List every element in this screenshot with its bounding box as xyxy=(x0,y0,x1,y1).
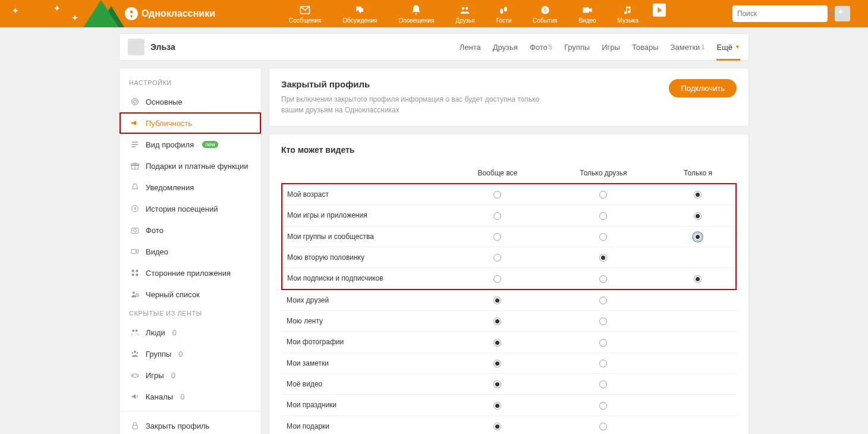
grid-icon xyxy=(130,268,140,278)
privacy-radio[interactable] xyxy=(694,212,702,220)
tab-goods[interactable]: Товары xyxy=(632,34,659,60)
svg-point-22 xyxy=(132,329,134,332)
profile-avatar[interactable] xyxy=(128,39,144,55)
privacy-row-label: Мои заметки xyxy=(282,353,448,373)
privacy-row-label: Мою ленту xyxy=(282,310,448,331)
tab-photo[interactable]: Фото5 xyxy=(530,34,552,60)
privacy-title: Кто может видеть xyxy=(281,145,737,155)
nav-events[interactable]: 5 События xyxy=(522,2,568,26)
search-input[interactable] xyxy=(737,10,826,18)
privacy-radio[interactable] xyxy=(493,191,501,199)
nav-play[interactable] xyxy=(649,2,669,26)
svg-point-20 xyxy=(133,291,135,294)
privacy-row-label: Мои праздники xyxy=(282,395,448,416)
top-header: ✦ ✦ ✦ Одноклассники Сообщения Обсуждения… xyxy=(0,0,868,27)
privacy-radio[interactable] xyxy=(493,360,501,367)
privacy-radio[interactable] xyxy=(599,191,607,199)
tab-more[interactable]: Ещё▼ xyxy=(716,34,740,60)
settings-sidebar: НАСТРОЙКИ Основные Публичность Вид профи… xyxy=(119,68,262,434)
nav-music[interactable]: Музыка xyxy=(607,2,649,26)
privacy-row: Мои подписки и подписчиков xyxy=(282,268,736,290)
privacy-radio[interactable] xyxy=(599,275,607,283)
svg-point-14 xyxy=(133,229,136,232)
camera-icon xyxy=(130,225,140,235)
chat-icon xyxy=(353,4,366,16)
privacy-radio[interactable] xyxy=(599,212,607,220)
tab-notes[interactable]: Заметки1 xyxy=(671,34,705,60)
sparkle-icon: ✦ xyxy=(837,7,844,17)
connect-button[interactable]: Подключить xyxy=(669,79,737,98)
lock-icon xyxy=(130,421,140,430)
privacy-radio[interactable] xyxy=(493,380,501,388)
nav-friends[interactable]: Друзья xyxy=(445,2,485,26)
privacy-radio[interactable] xyxy=(493,339,501,347)
tab-groups[interactable]: Группы xyxy=(564,34,590,60)
tab-games[interactable]: Игры xyxy=(602,34,620,60)
sidebar-head-settings: НАСТРОЙКИ xyxy=(119,74,261,91)
svg-rect-19 xyxy=(136,273,138,276)
privacy-radio[interactable] xyxy=(599,233,607,241)
privacy-radio[interactable] xyxy=(599,339,607,347)
sidebar-item-people[interactable]: Люди 0 xyxy=(119,322,261,343)
nav-notifications[interactable]: Оповещения xyxy=(388,2,445,26)
privacy-radio[interactable] xyxy=(493,275,501,283)
privacy-radio[interactable] xyxy=(599,380,607,388)
privacy-radio[interactable] xyxy=(599,423,607,430)
channel-icon xyxy=(130,392,140,401)
sidebar-item-channels[interactable]: Каналы 0 xyxy=(119,386,261,407)
privacy-radio[interactable] xyxy=(694,233,702,241)
privacy-radio[interactable] xyxy=(493,317,501,325)
play-icon xyxy=(653,4,666,16)
tab-friends[interactable]: Друзья xyxy=(493,34,518,60)
privacy-radio[interactable] xyxy=(493,233,501,241)
sidebar-item-history[interactable]: История посещений xyxy=(119,198,261,219)
svg-rect-30 xyxy=(133,425,137,429)
events-icon: 5 xyxy=(539,4,552,16)
sidebar-item-video[interactable]: Видео xyxy=(119,241,261,262)
search-box[interactable] xyxy=(732,5,828,22)
sidebar-item-publicity[interactable]: Публичность xyxy=(119,112,261,134)
nav-video[interactable]: Видео xyxy=(568,2,606,26)
privacy-radio[interactable] xyxy=(694,191,702,199)
ok-logo-icon xyxy=(125,7,138,20)
privacy-radio[interactable] xyxy=(694,275,702,283)
privacy-radio[interactable] xyxy=(599,317,607,325)
new-badge: new xyxy=(202,141,218,148)
profile-name: Эльза xyxy=(150,42,175,52)
sidebar-item-gifts[interactable]: Подарки и платные функции xyxy=(119,155,261,177)
sidebar-item-basic[interactable]: Основные xyxy=(119,91,261,112)
privacy-row: Мой возраст xyxy=(282,184,736,205)
tab-feed[interactable]: Лента xyxy=(460,34,481,60)
closed-profile-desc: При включении закрытого профиля информац… xyxy=(281,94,555,115)
privacy-radio[interactable] xyxy=(493,423,501,430)
chevron-down-icon: ▼ xyxy=(735,44,740,50)
logo[interactable]: Одноклассники xyxy=(125,7,215,20)
privacy-radio[interactable] xyxy=(599,402,607,410)
svg-point-25 xyxy=(132,352,134,354)
privacy-radio[interactable] xyxy=(599,254,607,262)
privacy-radio[interactable] xyxy=(493,212,501,220)
sidebar-item-groups[interactable]: Группы 0 xyxy=(119,343,261,364)
privacy-radio[interactable] xyxy=(493,402,501,410)
nav-discussions[interactable]: Обсуждения xyxy=(332,2,388,26)
privacy-row-label: Мои фотографии xyxy=(282,332,448,353)
sidebar-item-profile-view[interactable]: Вид профиля new xyxy=(119,134,261,155)
svg-rect-16 xyxy=(132,270,134,272)
sidebar-item-apps[interactable]: Сторонние приложения xyxy=(119,262,261,284)
privacy-row-label: Мои подписки и подписчиков xyxy=(282,268,448,290)
privacy-radio[interactable] xyxy=(493,254,501,262)
sidebar-item-photo[interactable]: Фото xyxy=(119,219,261,241)
col-me: Только я xyxy=(660,163,736,184)
sidebar-item-blacklist[interactable]: Черный список xyxy=(119,284,261,305)
sidebar-item-close-profile[interactable]: Закрыть профиль xyxy=(119,415,261,434)
groups-icon xyxy=(130,349,140,358)
privacy-row-label: Мою вторую половинку xyxy=(282,247,448,268)
list-icon xyxy=(130,140,140,149)
privacy-radio[interactable] xyxy=(493,297,501,304)
nav-messages[interactable]: Сообщения xyxy=(278,2,332,26)
sidebar-item-games[interactable]: Игры 0 xyxy=(119,364,261,386)
privacy-radio[interactable] xyxy=(599,297,607,304)
sidebar-item-notifications[interactable]: Уведомления xyxy=(119,177,261,198)
privacy-radio[interactable] xyxy=(599,360,607,367)
nav-guests[interactable]: Гости xyxy=(486,2,522,26)
